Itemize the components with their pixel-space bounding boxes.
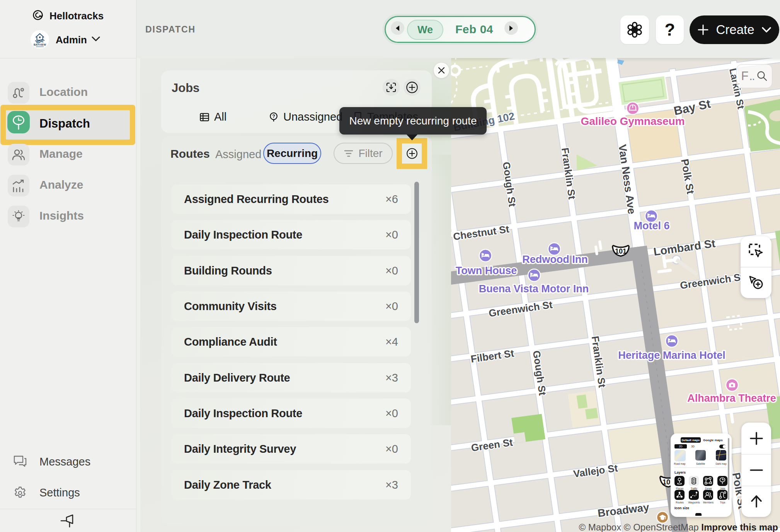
svg-text:Heritage Marina Hotel: Heritage Marina Hotel bbox=[618, 350, 726, 361]
svg-text:Alhambra Theatre: Alhambra Theatre bbox=[687, 392, 776, 404]
svg-text:BAYVIEW: BAYVIEW bbox=[34, 43, 46, 46]
svg-text:Buena Vista Motor Inn: Buena Vista Motor Inn bbox=[479, 283, 589, 295]
svg-text:?: ? bbox=[272, 113, 275, 119]
svg-text:101: 101 bbox=[615, 247, 627, 255]
svg-text:Galileo Gymnaseum: Galileo Gymnaseum bbox=[581, 115, 685, 127]
svg-text:© Mapbox © OpenStreetMap Impro: © Mapbox © OpenStreetMap Improve this ma… bbox=[579, 522, 778, 532]
svg-text:Town House: Town House bbox=[456, 265, 517, 276]
